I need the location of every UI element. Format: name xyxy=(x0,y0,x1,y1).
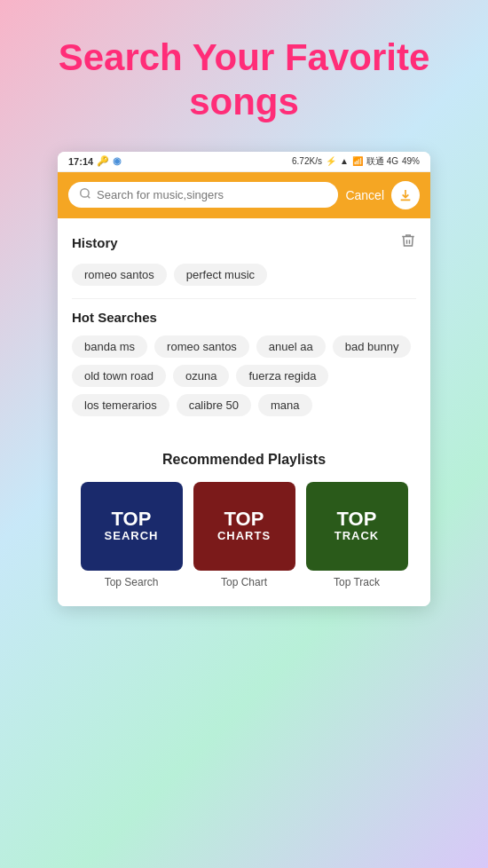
recommended-title: Recommended Playlists xyxy=(72,452,416,468)
search-input[interactable] xyxy=(97,188,327,201)
hot-tag-romeo-santos[interactable]: romeo santos xyxy=(154,335,249,358)
playlist-sub-text-track: TRACK xyxy=(335,529,380,542)
cancel-button[interactable]: Cancel xyxy=(345,188,384,202)
hot-tag-anuel-aa[interactable]: anuel aa xyxy=(256,335,326,358)
status-bluetooth-icon: ⚡ xyxy=(326,156,336,166)
playlist-top-text-track: TOP xyxy=(337,509,377,529)
status-time: 17:14 xyxy=(68,156,93,167)
history-tags: romeo santos perfect music xyxy=(72,264,416,286)
playlist-card-top-charts: TOP CHARTS xyxy=(193,482,295,571)
playlist-label-search: Top Search xyxy=(105,576,159,588)
playlist-label-track: Top Track xyxy=(334,576,380,588)
playlist-top-text-charts: TOP xyxy=(224,509,264,529)
status-nav-icon: ◉ xyxy=(113,155,122,167)
hot-searches-title: Hot Searches xyxy=(72,310,416,325)
playlist-item-top-track[interactable]: TOP TRACK Top Track xyxy=(306,482,408,588)
status-speed: 6.72K/s xyxy=(292,156,322,166)
search-input-wrapper[interactable] xyxy=(68,182,338,208)
download-button[interactable] xyxy=(391,181,420,209)
status-key-icon: 🔑 xyxy=(97,155,109,167)
history-tag-perfect-music[interactable]: perfect music xyxy=(174,264,267,286)
hot-tag-los-temerarios[interactable]: los temerarios xyxy=(72,394,169,416)
playlists-row: TOP SEARCH Top Search TOP CHARTS Top Cha… xyxy=(72,482,416,588)
hot-tag-bad-bunny[interactable]: bad bunny xyxy=(333,335,412,358)
history-title: History xyxy=(72,235,118,250)
playlist-sub-text-charts: CHARTS xyxy=(217,529,271,542)
hero-title: Search Your Favorite songs xyxy=(0,0,488,152)
recommended-section: Recommended Playlists TOP SEARCH Top Sea… xyxy=(58,443,430,606)
status-signal-icon: 📶 xyxy=(352,156,363,166)
hot-tag-ozuna[interactable]: ozuna xyxy=(173,365,229,387)
hot-tag-banda-ms[interactable]: banda ms xyxy=(72,335,147,358)
hot-tag-calibre-50[interactable]: calibre 50 xyxy=(177,394,251,416)
status-wifi-icon: ▲ xyxy=(340,156,349,166)
hot-tag-mana[interactable]: mana xyxy=(258,394,312,416)
history-header: History xyxy=(72,233,416,253)
hot-tag-old-town-road[interactable]: old town road xyxy=(72,365,166,387)
phone-frame: 17:14 🔑 ◉ 6.72K/s ⚡ ▲ 📶 联通 4G 49% Cancel xyxy=(58,152,430,606)
playlist-label-charts: Top Chart xyxy=(221,576,267,588)
playlist-card-top-track: TOP TRACK xyxy=(306,482,408,571)
svg-point-0 xyxy=(81,189,89,197)
svg-line-1 xyxy=(88,196,91,199)
playlist-sub-text-search: SEARCH xyxy=(105,529,159,542)
status-battery: 49% xyxy=(402,156,420,166)
search-bar: Cancel xyxy=(58,172,430,218)
divider xyxy=(72,298,416,299)
status-bar: 17:14 🔑 ◉ 6.72K/s ⚡ ▲ 📶 联通 4G 49% xyxy=(58,152,430,172)
clear-history-button[interactable] xyxy=(400,233,416,253)
playlist-item-top-search[interactable]: TOP SEARCH Top Search xyxy=(81,482,183,588)
hot-searches-tags: banda ms romeo santos anuel aa bad bunny… xyxy=(72,335,416,416)
history-tag-romeo-santos[interactable]: romeo santos xyxy=(72,264,167,286)
search-icon xyxy=(79,187,91,202)
hot-tag-fuerza-regida[interactable]: fuerza regida xyxy=(236,365,328,387)
content-area: History romeo santos perfect music Hot S… xyxy=(58,218,430,443)
status-carrier: 联通 4G xyxy=(366,155,398,168)
playlist-card-top-search: TOP SEARCH xyxy=(81,482,183,571)
playlist-item-top-charts[interactable]: TOP CHARTS Top Chart xyxy=(193,482,295,588)
playlist-top-text-search: TOP xyxy=(112,509,152,529)
